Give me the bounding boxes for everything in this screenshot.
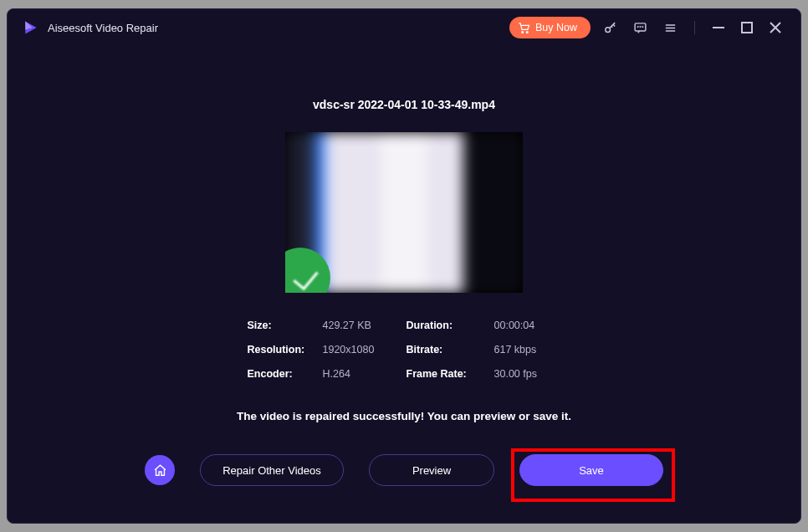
svg-point-4 <box>637 26 638 27</box>
duration-value: 00:00:04 <box>494 320 561 331</box>
svg-rect-7 <box>742 23 752 33</box>
svg-point-6 <box>642 26 642 27</box>
app-title: Aiseesoft Video Repair <box>48 22 158 34</box>
framerate-label: Frame Rate: <box>407 368 486 380</box>
save-button[interactable]: Save <box>519 454 663 486</box>
minimize-button[interactable] <box>708 18 729 38</box>
home-button[interactable] <box>145 455 175 485</box>
status-message: The video is repaired successfully! You … <box>237 410 571 422</box>
encoder-value: H.264 <box>323 368 398 380</box>
repair-other-button[interactable]: Repair Other Videos <box>200 454 344 486</box>
buy-now-button[interactable]: Buy Now <box>509 17 591 38</box>
framerate-value: 30.00 fps <box>494 368 561 380</box>
register-key-button[interactable] <box>599 17 621 38</box>
maximize-button[interactable] <box>737 18 757 38</box>
svg-point-0 <box>522 31 524 33</box>
feedback-button[interactable] <box>629 17 651 38</box>
metadata-grid: Size: 429.27 KB Duration: 00:00:04 Resol… <box>248 320 561 380</box>
titlebar-divider <box>694 21 695 34</box>
encoder-label: Encoder: <box>248 368 315 380</box>
buy-now-label: Buy Now <box>535 22 577 33</box>
svg-point-5 <box>640 26 641 27</box>
size-label: Size: <box>248 320 315 331</box>
close-button[interactable] <box>765 18 785 38</box>
svg-point-1 <box>526 31 528 33</box>
menu-button[interactable] <box>659 17 681 38</box>
filename-label: vdsc-sr 2022-04-01 10-33-49.mp4 <box>313 98 495 111</box>
video-thumbnail <box>285 132 523 293</box>
content-area: vdsc-sr 2022-04-01 10-33-49.mp4 Size: 42… <box>8 46 800 523</box>
resolution-label: Resolution: <box>248 344 315 356</box>
app-window: Aiseesoft Video Repair Buy Now vdsc-sr 2… <box>7 8 801 524</box>
resolution-value: 1920x1080 <box>323 344 398 356</box>
preview-button[interactable]: Preview <box>369 454 494 486</box>
duration-label: Duration: <box>407 320 486 331</box>
app-logo-icon <box>23 19 39 36</box>
titlebar: Aiseesoft Video Repair Buy Now <box>8 9 800 46</box>
svg-point-2 <box>605 27 610 32</box>
size-value: 429.27 KB <box>323 320 398 331</box>
bitrate-value: 617 kbps <box>494 344 561 356</box>
bitrate-label: Bitrate: <box>407 344 486 356</box>
action-row: Repair Other Videos Preview Save <box>145 454 663 486</box>
